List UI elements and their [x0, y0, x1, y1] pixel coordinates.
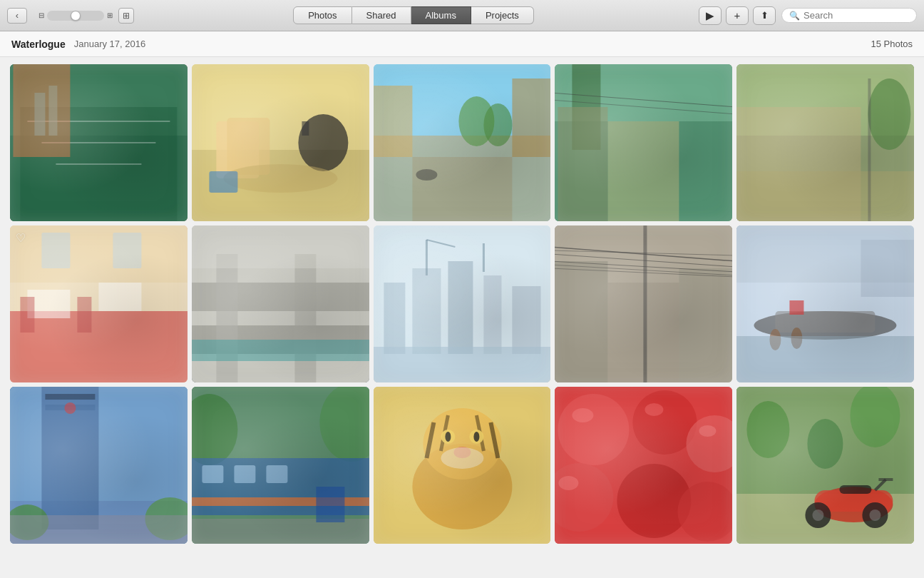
svg-rect-103 [374, 387, 551, 544]
svg-line-107 [441, 415, 448, 451]
svg-point-121 [687, 415, 732, 472]
back-button[interactable]: ‹ [7, 8, 27, 24]
svg-rect-2 [20, 107, 177, 221]
svg-point-22 [483, 103, 512, 146]
photo-13-image [374, 387, 551, 544]
zoom-out-icon: ⊟ [38, 11, 44, 19]
svg-point-135 [806, 502, 831, 528]
share-button[interactable]: ⬆ [753, 6, 776, 25]
photo-item-12[interactable] [192, 387, 369, 544]
photo-6-image [10, 225, 188, 382]
svg-point-136 [863, 502, 888, 528]
plus-icon: + [734, 9, 741, 21]
svg-rect-8 [13, 64, 70, 157]
svg-rect-48 [192, 283, 369, 311]
svg-rect-36 [736, 171, 914, 221]
tab-shared[interactable]: Shared [352, 6, 411, 24]
photo-item-11[interactable] [10, 387, 188, 544]
svg-rect-75 [736, 225, 914, 382]
svg-rect-64 [555, 225, 732, 382]
tab-photos[interactable]: Photos [293, 6, 351, 24]
photo-item-5[interactable] [736, 64, 914, 221]
svg-rect-41 [98, 283, 141, 311]
svg-rect-6 [34, 93, 45, 136]
info-bar: Waterlogue January 17, 2016 15 Photos [0, 31, 924, 57]
zoom-slider[interactable] [47, 11, 104, 21]
svg-point-105 [423, 408, 501, 480]
svg-line-139 [876, 480, 886, 490]
photo-3-image [374, 64, 551, 221]
svg-rect-29 [558, 107, 608, 221]
photo-item-14[interactable] [555, 387, 732, 544]
svg-rect-86 [41, 387, 98, 529]
svg-rect-38 [10, 225, 188, 382]
svg-point-91 [145, 497, 187, 540]
svg-rect-9 [192, 64, 369, 221]
svg-point-130 [851, 387, 900, 447]
search-icon: 🔍 [789, 11, 800, 21]
svg-rect-76 [736, 225, 914, 283]
svg-rect-54 [374, 225, 551, 382]
photo-item-6[interactable]: ♡ [10, 225, 188, 382]
photo-item-8[interactable] [374, 225, 551, 382]
photo-item-9[interactable] [555, 225, 732, 382]
svg-rect-27 [608, 121, 679, 221]
add-button[interactable]: + [726, 6, 749, 25]
svg-point-111 [469, 430, 483, 444]
svg-rect-53 [192, 225, 369, 268]
photo-8-image [374, 225, 551, 382]
svg-rect-92 [10, 515, 188, 544]
photo-item-3[interactable] [374, 64, 551, 221]
search-box[interactable]: 🔍 [781, 8, 917, 23]
grid-view-button[interactable]: ⊞ [118, 8, 134, 24]
svg-rect-55 [384, 283, 405, 354]
svg-point-137 [813, 509, 824, 521]
photo-item-1[interactable] [10, 64, 188, 221]
photo-item-13[interactable] [374, 387, 551, 544]
svg-rect-11 [216, 121, 259, 178]
svg-rect-25 [555, 64, 732, 221]
svg-point-13 [298, 114, 348, 171]
svg-point-122 [678, 482, 732, 542]
svg-rect-65 [608, 283, 679, 382]
svg-rect-88 [45, 405, 95, 410]
svg-point-24 [416, 169, 437, 181]
photo-11-image [10, 387, 188, 544]
svg-rect-79 [776, 311, 876, 333]
photo-item-2[interactable] [192, 64, 369, 221]
toolbar: ‹ ⊟ ⊞ ⊞ Photos Shared Albums Projects ▶ … [0, 0, 924, 31]
svg-point-113 [473, 432, 479, 442]
toolbar-actions: ▶ + ⬆ [699, 6, 776, 25]
svg-rect-32 [736, 64, 914, 221]
svg-rect-14 [302, 121, 309, 136]
photo-item-7[interactable] [192, 225, 369, 382]
svg-rect-20 [512, 78, 550, 157]
svg-rect-7 [48, 86, 57, 136]
tab-albums[interactable]: Albums [411, 6, 471, 24]
svg-rect-141 [840, 485, 872, 494]
svg-point-104 [412, 444, 512, 529]
svg-rect-58 [483, 275, 501, 354]
photo-4-image [555, 64, 732, 221]
svg-rect-18 [374, 136, 551, 221]
photo-item-4[interactable] [555, 64, 732, 221]
play-button[interactable]: ▶ [699, 6, 722, 25]
svg-line-106 [426, 422, 433, 458]
photo-item-15[interactable] [736, 387, 914, 544]
tab-projects[interactable]: Projects [471, 6, 534, 24]
album-title: Waterlogue [11, 39, 66, 50]
search-input[interactable] [804, 10, 903, 21]
svg-line-71 [555, 250, 732, 255]
svg-rect-63 [374, 347, 551, 382]
svg-point-82 [791, 328, 803, 349]
svg-rect-39 [10, 311, 188, 382]
photo-item-10[interactable] [736, 225, 914, 382]
svg-line-68 [555, 247, 732, 261]
svg-rect-37 [868, 78, 871, 221]
svg-rect-28 [573, 64, 601, 150]
svg-line-108 [476, 415, 483, 451]
album-date: January 17, 2016 [74, 39, 145, 49]
svg-rect-47 [192, 225, 369, 382]
zoom-in-icon: ⊞ [107, 11, 113, 19]
svg-rect-34 [736, 107, 861, 221]
